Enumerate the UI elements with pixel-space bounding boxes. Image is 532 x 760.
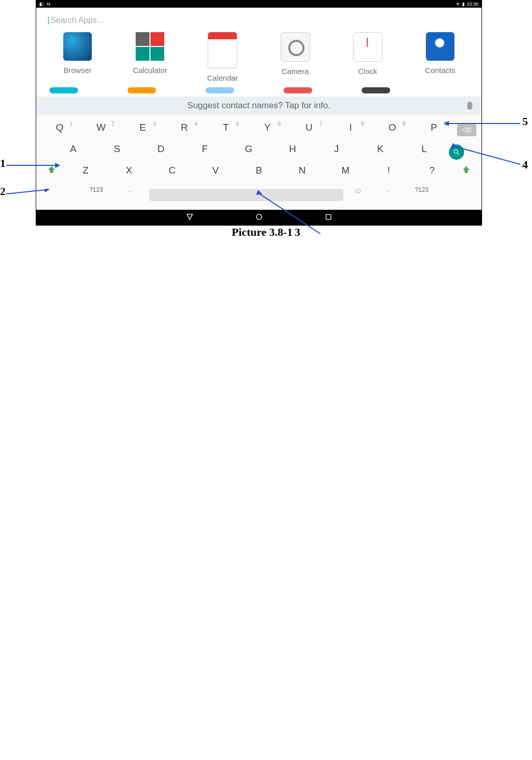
app-calendar[interactable]: Calendar [194, 32, 250, 82]
key-A[interactable]: A [54, 143, 93, 161]
browser-icon [63, 32, 92, 61]
key-W[interactable]: W2 [83, 122, 120, 139]
figure: ◧ N ✈ ▮ 22:30 |Search Apps… Browser Calc… [0, 0, 532, 219]
status-icon: ◧ [39, 2, 44, 7]
callout-1: 1 [0, 157, 6, 170]
key-B[interactable]: B [240, 165, 278, 182]
dot-key[interactable]: . [374, 186, 402, 204]
status-icon: N [47, 2, 50, 7]
calculator-icon [136, 32, 164, 61]
key-E[interactable]: E3 [124, 122, 161, 139]
mode-key-right[interactable]: ?123 [408, 186, 436, 204]
shift-key-right[interactable] [457, 165, 476, 182]
android-navbar [36, 210, 482, 225]
svg-point-0 [454, 150, 458, 153]
camera-icon [281, 32, 310, 62]
calendar-icon [208, 32, 237, 68]
emoji-key[interactable]: ☺ [348, 186, 369, 204]
key-Q[interactable]: Q1 [41, 122, 78, 139]
app-browser[interactable]: Browser [49, 32, 106, 82]
backspace-key[interactable]: ⌫ [457, 124, 476, 136]
key-M[interactable]: M [326, 165, 365, 182]
key-N[interactable]: N [283, 165, 321, 182]
spacebar[interactable] [149, 189, 343, 201]
key-Y[interactable]: Y6 [249, 122, 286, 139]
key-V[interactable]: V [196, 165, 235, 182]
svg-point-2 [256, 214, 262, 219]
keyboard: Q1W2E3R4T5Y6U7I8O9P0⌫ ASDFGHJKL ZXCVBNM!… [36, 115, 482, 210]
status-bar: ◧ N ✈ ▮ 22:30 [36, 1, 482, 8]
mode-key[interactable]: ?123 [82, 186, 111, 204]
key-U[interactable]: U7 [291, 122, 327, 139]
search-enter-key[interactable] [449, 144, 464, 160]
app-camera[interactable]: Camera [267, 32, 323, 82]
key-K[interactable]: K [361, 143, 400, 161]
key-?[interactable]: ? [413, 165, 451, 182]
key-O[interactable]: O9 [374, 122, 411, 139]
clock-icon [353, 32, 383, 62]
key-D[interactable]: D [142, 143, 181, 161]
home-nav-icon[interactable] [255, 213, 263, 223]
key-X[interactable]: X [110, 165, 148, 182]
key-Z[interactable]: Z [66, 165, 105, 182]
suggestion-bar[interactable]: Suggest contact names? Tap for info. [36, 96, 482, 115]
key-R[interactable]: R4 [166, 122, 203, 139]
airplane-icon: ✈ [456, 2, 460, 7]
app-calculator[interactable]: Calculator [122, 32, 178, 82]
key-T[interactable]: T5 [208, 122, 244, 139]
battery-icon: ▮ [462, 2, 465, 7]
key-S[interactable]: S [98, 143, 137, 161]
recent-nav-icon[interactable] [324, 213, 333, 223]
svg-rect-3 [326, 214, 331, 219]
key-J[interactable]: J [317, 143, 356, 161]
clock-text: 22:30 [467, 2, 478, 7]
key-I[interactable]: I8 [333, 122, 369, 139]
key-H[interactable]: H [273, 143, 312, 161]
figure-caption: Picture 3.8-1 [232, 226, 292, 239]
svg-line-1 [457, 153, 459, 155]
key-C[interactable]: C [153, 165, 191, 182]
comma-key[interactable]: , [116, 186, 144, 204]
key-F[interactable]: F [186, 143, 224, 161]
key-P[interactable]: P0 [416, 122, 452, 139]
key-G[interactable]: G [230, 143, 268, 161]
contacts-icon [426, 32, 454, 61]
mic-icon[interactable] [467, 102, 472, 110]
back-nav-icon[interactable] [186, 213, 194, 223]
key-L[interactable]: L [405, 143, 444, 161]
app-contacts[interactable]: Contacts [412, 32, 468, 82]
key-![interactable]: ! [370, 165, 408, 182]
shift-key[interactable] [41, 165, 61, 182]
callout-4: 4 [522, 158, 528, 171]
callout-3: 3 [295, 226, 300, 239]
callout-5: 5 [522, 115, 528, 128]
apps-panel: |Search Apps… Browser Calculator Calenda… [36, 8, 482, 96]
search-apps-input[interactable]: |Search Apps… [47, 13, 470, 32]
callout-2: 2 [0, 185, 6, 198]
android-screenshot: ◧ N ✈ ▮ 22:30 |Search Apps… Browser Calc… [36, 0, 482, 226]
app-clock[interactable]: Clock [340, 32, 396, 82]
